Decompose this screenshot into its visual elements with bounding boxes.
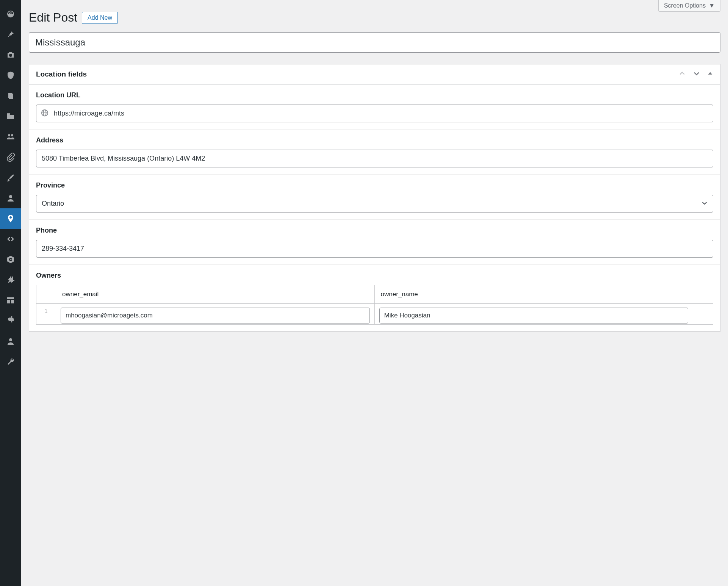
location-url-input[interactable] <box>36 105 713 122</box>
sidebar-item-files[interactable] <box>0 106 21 127</box>
screen-options-toggle[interactable]: Screen Options ▼ <box>658 0 720 12</box>
admin-sidebar <box>0 0 21 586</box>
sidebar-item-forms[interactable] <box>0 65 21 86</box>
metabox-header: Location fields <box>29 64 720 84</box>
sidebar-item-code[interactable] <box>0 229 21 249</box>
sidebar-item-users[interactable] <box>0 127 21 147</box>
dashboard-icon <box>6 9 15 19</box>
sidebar-item-plugin-g[interactable] <box>0 249 21 270</box>
user-icon <box>6 337 15 346</box>
main-content: Screen Options ▼ Edit Post Add New Locat… <box>21 0 728 586</box>
field-label: Address <box>36 136 713 144</box>
address-input[interactable] <box>36 150 713 167</box>
sidebar-item-user[interactable] <box>0 331 21 352</box>
owner-email-input[interactable] <box>61 308 370 323</box>
group-icon <box>6 132 15 141</box>
field-label: Owners <box>36 272 713 280</box>
hexagon-g-icon <box>6 255 15 264</box>
caret-down-icon: ▼ <box>709 2 715 9</box>
sidebar-item-pages[interactable] <box>0 86 21 106</box>
brush-icon <box>6 173 15 182</box>
sidebar-item-profile[interactable] <box>0 188 21 208</box>
sidebar-item-attachments[interactable] <box>0 147 21 167</box>
sidebar-item-settings[interactable] <box>0 352 21 372</box>
owner-name-input[interactable] <box>379 308 689 323</box>
field-label: Phone <box>36 227 713 234</box>
province-select[interactable] <box>36 195 713 213</box>
location-pin-icon <box>6 214 15 223</box>
globe-icon <box>41 109 49 119</box>
field-label: Location URL <box>36 91 713 99</box>
sidebar-item-appearance[interactable] <box>0 167 21 188</box>
folder-icon <box>6 112 15 121</box>
post-title-input[interactable] <box>29 32 720 53</box>
owner-email-header: owner_email <box>56 285 375 303</box>
field-location-url: Location URL <box>29 84 720 130</box>
row-number: 1 <box>36 304 56 324</box>
location-fields-metabox: Location fields Location URL <box>29 64 720 332</box>
owners-table-header: owner_email owner_name <box>36 285 713 304</box>
field-label: Province <box>36 181 713 189</box>
owner-name-header: owner_name <box>375 285 694 303</box>
sidebar-item-dashboard[interactable] <box>0 4 21 24</box>
sidebar-item-tools[interactable] <box>0 311 21 331</box>
add-new-button[interactable]: Add New <box>82 12 118 24</box>
field-owners: Owners owner_email owner_name 1 <box>29 265 720 331</box>
pages-icon <box>6 91 15 100</box>
owners-table-row: 1 <box>36 304 713 324</box>
sidebar-item-layout[interactable] <box>0 290 21 311</box>
screen-options-label: Screen Options <box>664 2 706 9</box>
field-province: Province <box>29 175 720 220</box>
metabox-controls <box>678 70 713 79</box>
row-actions[interactable] <box>693 304 713 324</box>
paperclip-icon <box>6 153 15 162</box>
person-icon <box>6 194 15 203</box>
move-down-icon[interactable] <box>693 70 700 79</box>
owners-table: owner_email owner_name 1 <box>36 285 713 325</box>
sidebar-item-posts[interactable] <box>0 24 21 45</box>
layout-icon <box>6 296 15 305</box>
phone-input[interactable] <box>36 240 713 258</box>
pushpin-icon <box>6 30 15 39</box>
sidebar-item-media[interactable] <box>0 45 21 65</box>
sidebar-item-plugins[interactable] <box>0 270 21 290</box>
actions-header <box>693 285 713 303</box>
collapse-icon[interactable] <box>707 70 713 78</box>
shield-icon <box>6 71 15 80</box>
field-address: Address <box>29 130 720 175</box>
row-number-header <box>36 285 56 303</box>
metabox-title: Location fields <box>36 70 87 78</box>
page-title: Edit Post <box>29 11 77 25</box>
move-up-icon <box>678 70 686 79</box>
wrench-icon <box>6 357 15 366</box>
code-icon <box>6 234 15 244</box>
wrench-plug-icon <box>6 316 15 325</box>
sidebar-item-locations[interactable] <box>0 208 21 229</box>
field-phone: Phone <box>29 220 720 265</box>
plug-icon <box>6 275 15 284</box>
camera-icon <box>6 50 15 59</box>
